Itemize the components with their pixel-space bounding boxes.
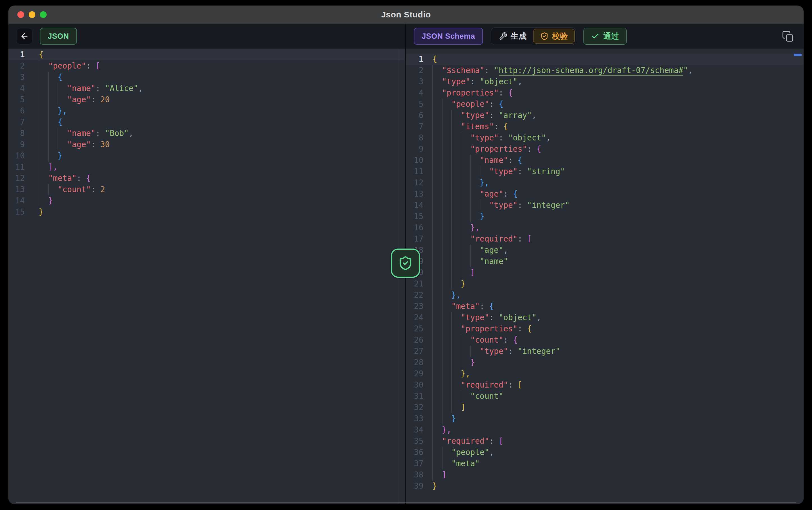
- code-line[interactable]: 23 "meta": {: [406, 301, 804, 312]
- token-p: :: [91, 185, 100, 194]
- line-number: 39: [406, 481, 424, 492]
- code-line-content: "age": {: [424, 189, 518, 200]
- indent-guide: [442, 368, 452, 379]
- indent-guide: [39, 173, 48, 184]
- code-line[interactable]: 21 }: [406, 278, 804, 289]
- line-number: 17: [406, 233, 424, 245]
- line-number: 9: [406, 143, 424, 155]
- code-line[interactable]: 37 "meta": [406, 458, 804, 469]
- code-line[interactable]: 8 "type": "object",: [406, 132, 804, 143]
- code-line[interactable]: 4 "properties": {: [406, 87, 804, 98]
- code-line[interactable]: 32 ]: [406, 402, 804, 413]
- token-s: "integer": [527, 200, 570, 210]
- code-line[interactable]: 4 "name": "Alice",: [8, 83, 405, 94]
- indent-guide: [39, 94, 48, 105]
- code-line[interactable]: 12 "meta": {: [8, 173, 405, 184]
- code-line[interactable]: 39}: [406, 481, 804, 492]
- code-line[interactable]: 5 "people": {: [406, 98, 804, 110]
- code-line[interactable]: 31 "count": [406, 391, 804, 402]
- code-line[interactable]: 15}: [8, 206, 405, 218]
- code-line[interactable]: 6 },: [8, 105, 405, 117]
- token-b2: [: [527, 234, 532, 244]
- code-line[interactable]: 9 "properties": {: [406, 143, 804, 155]
- code-line[interactable]: 15 }: [406, 211, 804, 222]
- code-line[interactable]: 33 }: [406, 413, 804, 424]
- token-p: ,: [546, 133, 551, 142]
- horizontal-scrollbar[interactable]: [16, 502, 796, 503]
- code-line[interactable]: 7 "items": {: [406, 121, 804, 132]
- code-line-content: "type": "object",: [424, 76, 522, 87]
- code-line[interactable]: 10 "name": {: [406, 155, 804, 166]
- code-line[interactable]: 25 "properties": {: [406, 323, 804, 335]
- code-line[interactable]: 38 ]: [406, 469, 804, 481]
- close-button[interactable]: [18, 11, 24, 18]
- code-line[interactable]: 27 "type": "integer": [406, 346, 804, 357]
- indent-guide: [432, 200, 442, 211]
- code-line[interactable]: 3 "type": "object",: [406, 76, 804, 87]
- code-line[interactable]: 11 ],: [8, 162, 405, 173]
- code-line[interactable]: 36 "people",: [406, 447, 804, 458]
- indent-guide: [480, 200, 489, 211]
- code-line[interactable]: 13 "age": {: [406, 189, 804, 200]
- token-b3: },: [58, 106, 67, 115]
- indent-guide: [480, 166, 489, 177]
- line-number: 4: [8, 83, 25, 94]
- code-line[interactable]: 24 "type": "object",: [406, 312, 804, 323]
- line-number: 14: [406, 200, 424, 211]
- code-line[interactable]: 29 },: [406, 368, 804, 379]
- code-line[interactable]: 10 }: [8, 150, 405, 162]
- code-line[interactable]: 30 "required": [: [406, 379, 804, 391]
- code-line[interactable]: 2 "$schema": "http://json-schema.org/dra…: [406, 65, 804, 76]
- app-window: Json Studio JSON 1{2 "people": [3 {4 "na…: [8, 6, 804, 504]
- line-number: 10: [406, 155, 424, 166]
- json-schema-editor[interactable]: 1{2 "$schema": "http://json-schema.org/d…: [406, 49, 804, 504]
- indent-guide: [432, 121, 442, 132]
- copy-button[interactable]: [780, 28, 796, 44]
- code-line[interactable]: 12 },: [406, 177, 804, 189]
- code-line[interactable]: 16 },: [406, 222, 804, 233]
- back-button[interactable]: [16, 28, 33, 45]
- generate-button[interactable]: 生成: [492, 29, 533, 44]
- code-line[interactable]: 5 "age": 20: [8, 94, 405, 105]
- token-k: "people": [451, 100, 489, 109]
- code-line[interactable]: 11 "type": "string": [406, 166, 804, 177]
- code-line[interactable]: 9 "age": 30: [8, 139, 405, 150]
- code-line[interactable]: 28 }: [406, 357, 804, 368]
- code-line[interactable]: 14 "type": "integer": [406, 200, 804, 211]
- validate-button[interactable]: 校验: [533, 29, 575, 44]
- code-line[interactable]: 26 "count": {: [406, 335, 804, 346]
- indent-guide: [442, 177, 452, 189]
- code-line[interactable]: 7 {: [8, 117, 405, 128]
- copy-icon: [782, 30, 794, 42]
- line-number: 2: [406, 65, 424, 76]
- code-line[interactable]: 34 },: [406, 424, 804, 435]
- indent-guide: [451, 267, 461, 278]
- line-number: 32: [406, 402, 424, 413]
- code-line[interactable]: 20 ]: [406, 267, 804, 278]
- code-line[interactable]: 14 }: [8, 195, 405, 206]
- code-line[interactable]: 1{: [406, 54, 804, 65]
- code-line[interactable]: 13 "count": 2: [8, 184, 405, 195]
- line-number: 11: [8, 162, 25, 173]
- json-editor[interactable]: 1{2 "people": [3 {4 "name": "Alice",5 "a…: [8, 49, 405, 504]
- code-line[interactable]: 2 "people": [: [8, 60, 405, 72]
- code-line[interactable]: 22 },: [406, 289, 804, 301]
- token-b3: {: [518, 155, 522, 165]
- token-k: "name": [67, 84, 95, 93]
- minimize-button[interactable]: [29, 11, 35, 18]
- token-b2: [: [499, 436, 503, 446]
- indent-guide: [48, 83, 58, 94]
- line-number: 31: [406, 391, 424, 402]
- code-line[interactable]: 19 "name": [406, 256, 804, 267]
- code-line[interactable]: 1{: [8, 49, 405, 60]
- code-line[interactable]: 35 "required": [: [406, 435, 804, 447]
- indent-guide: [432, 312, 442, 323]
- code-line[interactable]: 3 {: [8, 72, 405, 83]
- line-number: 26: [406, 335, 424, 346]
- code-line[interactable]: 17 "required": [: [406, 233, 804, 245]
- token-p: :: [508, 346, 518, 356]
- code-line[interactable]: 6 "type": "array",: [406, 110, 804, 121]
- code-line[interactable]: 8 "name": "Bob",: [8, 128, 405, 139]
- code-line[interactable]: 18 "age",: [406, 245, 804, 256]
- zoom-button[interactable]: [40, 11, 47, 18]
